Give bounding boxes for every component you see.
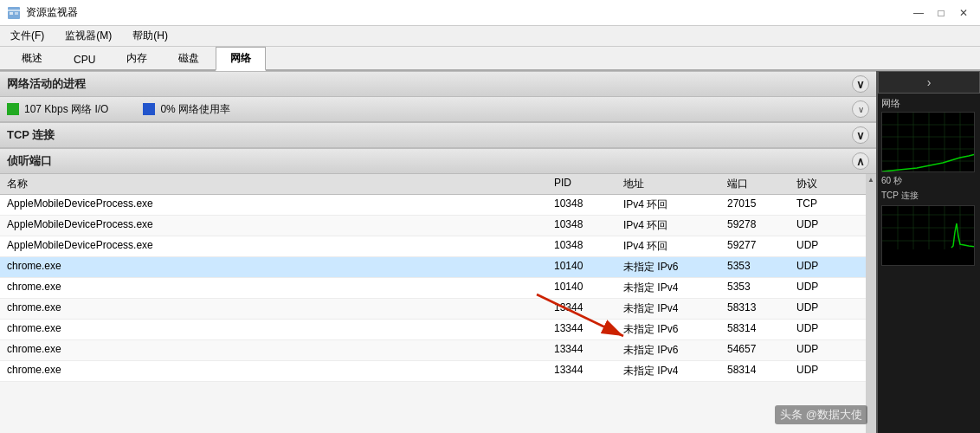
scroll-up-icon: ▲ xyxy=(867,176,874,184)
processes-toggle[interactable]: ∨ xyxy=(852,75,869,93)
table-row[interactable]: chrome.exe 13344 未指定 IPv4 58313 UDP xyxy=(0,299,866,320)
listen-toggle[interactable]: ∧ xyxy=(852,152,869,170)
tab-cpu[interactable]: CPU xyxy=(59,49,110,69)
cell-port: 59277 xyxy=(724,238,793,255)
restore-button[interactable]: □ xyxy=(932,3,951,23)
cell-name: chrome.exe xyxy=(3,342,551,359)
cell-pid: 13344 xyxy=(551,301,620,317)
tcp-header[interactable]: TCP 连接 ∨ xyxy=(0,122,876,148)
title-bar: 资源监视器 — □ ✕ xyxy=(0,0,980,26)
cell-pid: 13344 xyxy=(551,321,620,338)
tcp-section: TCP 连接 ∨ xyxy=(0,122,876,148)
usage-activity: 0% 网络使用率 xyxy=(143,102,230,117)
tcp-mini-graph xyxy=(881,205,975,266)
listen-header[interactable]: 侦听端口 ∧ xyxy=(0,148,876,174)
processes-header[interactable]: 网络活动的进程 ∨ xyxy=(0,71,876,97)
cell-address: 未指定 IPv6 xyxy=(620,321,724,338)
cell-name: AppleMobileDeviceProcess.exe xyxy=(3,217,551,234)
cell-port: 27015 xyxy=(724,197,793,213)
tab-overview[interactable]: 概述 xyxy=(7,47,57,69)
cell-port: 58313 xyxy=(724,301,793,317)
listen-title: 侦听端口 xyxy=(7,153,52,169)
cell-name: AppleMobileDeviceProcess.exe xyxy=(3,238,551,255)
svg-rect-5 xyxy=(143,103,155,115)
col-address[interactable]: 地址 xyxy=(620,177,724,191)
tcp-graph-svg xyxy=(882,206,975,249)
col-port[interactable]: 端口 xyxy=(724,177,793,191)
chevron-down-icon: ∨ xyxy=(856,78,865,91)
table-body[interactable]: AppleMobileDeviceProcess.exe 10348 IPv4 … xyxy=(0,195,866,433)
usage-dot-icon xyxy=(143,103,155,115)
svg-rect-4 xyxy=(7,103,19,115)
cell-name: AppleMobileDeviceProcess.exe xyxy=(3,197,551,213)
cell-protocol: UDP xyxy=(793,321,862,338)
cell-pid: 13344 xyxy=(551,363,620,379)
table-row[interactable]: AppleMobileDeviceProcess.exe 10348 IPv4 … xyxy=(0,216,866,236)
col-name[interactable]: 名称 xyxy=(3,177,551,191)
cell-protocol: UDP xyxy=(793,238,862,255)
cell-name: chrome.exe xyxy=(3,280,551,296)
col-protocol[interactable]: 协议 xyxy=(793,177,862,191)
sidebar-tcp-label: TCP 连接 xyxy=(881,190,977,202)
menu-monitor[interactable]: 监视器(M) xyxy=(61,27,115,45)
tab-bar: 概述 CPU 内存 磁盘 网络 xyxy=(0,47,980,71)
cell-pid: 10348 xyxy=(551,238,620,255)
sidebar-seconds-label: 60 秒 xyxy=(881,175,977,187)
table-row[interactable]: chrome.exe 10140 未指定 IPv6 5353 UDP xyxy=(0,257,866,278)
chevron-down-icon2: ∨ xyxy=(858,105,864,114)
cell-pid: 13344 xyxy=(551,342,620,359)
cell-address: IPv4 环回 xyxy=(620,238,724,255)
main-area: 网络活动的进程 ∨ 107 Kbps 网络 I/O 0% 网络使用率 xyxy=(0,71,980,433)
table-row[interactable]: chrome.exe 10140 未指定 IPv4 5353 UDP xyxy=(0,278,866,299)
menu-help[interactable]: 帮助(H) xyxy=(129,27,171,45)
cell-protocol: UDP xyxy=(793,301,862,317)
processes-title: 网络活动的进程 xyxy=(7,76,86,92)
menu-file[interactable]: 文件(F) xyxy=(7,27,48,45)
cell-name: chrome.exe xyxy=(3,321,551,338)
network-mini-graph xyxy=(881,112,975,172)
cell-address: IPv4 环回 xyxy=(620,217,724,234)
cell-protocol: TCP xyxy=(793,197,862,213)
tab-memory[interactable]: 内存 xyxy=(112,47,162,69)
usage-label: 0% 网络使用率 xyxy=(160,102,230,117)
cell-protocol: UDP xyxy=(793,342,862,359)
svg-rect-3 xyxy=(15,12,18,15)
io-activity: 107 Kbps 网络 I/O xyxy=(7,102,108,117)
cell-protocol: UDP xyxy=(793,280,862,296)
table-row[interactable]: chrome.exe 13344 未指定 IPv6 58314 UDP xyxy=(0,320,866,340)
processes-section: 网络活动的进程 ∨ xyxy=(0,71,876,97)
tcp-toggle[interactable]: ∨ xyxy=(852,126,869,144)
left-panel: 网络活动的进程 ∨ 107 Kbps 网络 I/O 0% 网络使用率 xyxy=(0,71,876,433)
cell-address: 未指定 IPv4 xyxy=(620,280,724,296)
title-bar-left: 资源监视器 xyxy=(7,5,78,20)
cell-protocol: UDP xyxy=(793,217,862,234)
table-row[interactable]: chrome.exe 13344 未指定 IPv4 58314 UDP xyxy=(0,361,866,382)
table-row[interactable]: AppleMobileDeviceProcess.exe 10348 IPv4 … xyxy=(0,195,866,216)
cell-port: 5353 xyxy=(724,259,793,275)
network-graph-svg xyxy=(882,113,975,172)
network-activity-bar: 107 Kbps 网络 I/O 0% 网络使用率 ∨ xyxy=(0,97,876,122)
cell-address: 未指定 IPv4 xyxy=(620,363,724,379)
menu-bar: 文件(F) 监视器(M) 帮助(H) xyxy=(0,26,980,47)
sidebar-network-section: 网络 60 秒 TCP 连接 xyxy=(878,94,980,269)
minimize-button[interactable]: — xyxy=(909,3,928,23)
io-label: 107 Kbps 网络 I/O xyxy=(24,102,108,117)
cell-protocol: UDP xyxy=(793,363,862,379)
cell-address: 未指定 IPv6 xyxy=(620,342,724,359)
sidebar-expand-button[interactable]: › xyxy=(878,71,980,94)
table-row[interactable]: AppleMobileDeviceProcess.exe 10348 IPv4 … xyxy=(0,236,866,257)
title-bar-controls: — □ ✕ xyxy=(909,3,973,23)
window-title: 资源监视器 xyxy=(26,5,78,20)
sidebar-network-label: 网络 xyxy=(881,97,977,110)
table-row[interactable]: chrome.exe 13344 未指定 IPv6 54657 UDP xyxy=(0,340,866,361)
tab-network[interactable]: 网络 xyxy=(216,47,266,71)
col-pid[interactable]: PID xyxy=(551,177,620,191)
cell-port: 54657 xyxy=(724,342,793,359)
cell-pid: 10140 xyxy=(551,280,620,296)
network-activity-toggle[interactable]: ∨ xyxy=(852,100,869,118)
tab-disk[interactable]: 磁盘 xyxy=(164,47,214,69)
table-container: 名称 PID 地址 端口 协议 AppleMobileDeviceProcess… xyxy=(0,174,876,433)
cell-address: 未指定 IPv4 xyxy=(620,301,724,317)
cell-pid: 10140 xyxy=(551,259,620,275)
close-button[interactable]: ✕ xyxy=(954,3,973,23)
